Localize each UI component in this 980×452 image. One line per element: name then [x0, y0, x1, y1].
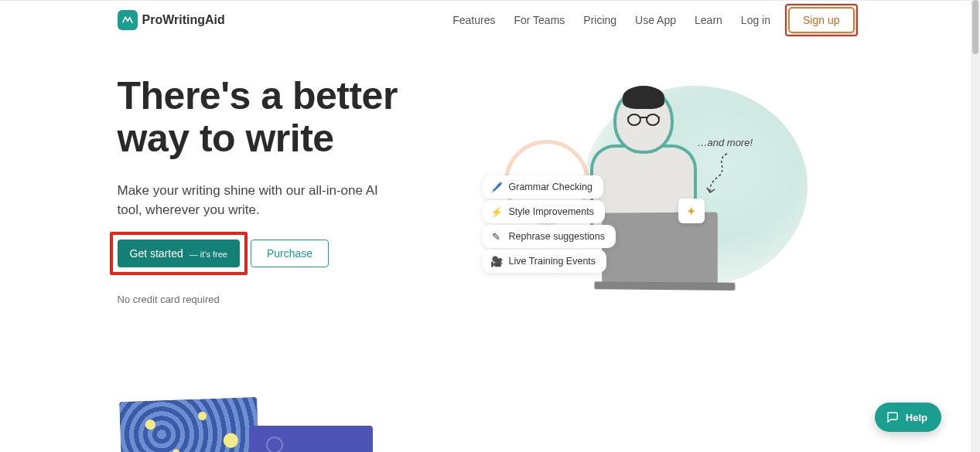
blue-canvas-icon — [249, 426, 373, 452]
scrollbar-vertical[interactable] — [971, 0, 980, 452]
pill-grammar: 🖊️ Grammar Checking — [483, 175, 603, 199]
pill-training-label: Live Training Events — [509, 256, 596, 267]
help-button[interactable]: Help — [875, 403, 941, 432]
camera-icon: 🎥 — [490, 255, 503, 267]
nav-use-app[interactable]: Use App — [635, 14, 676, 26]
feather-icon: 🖊️ — [490, 181, 503, 193]
nav-pricing[interactable]: Pricing — [583, 14, 616, 26]
hero-subtitle: Make your writing shine with our all-in-… — [118, 182, 381, 219]
signup-button[interactable]: Sign up — [789, 8, 853, 32]
sparkle-icon: ✦ — [678, 199, 705, 223]
nav-learn[interactable]: Learn — [695, 14, 722, 26]
cta-row: Get started — it's free Purchase — [118, 240, 442, 267]
pill-rephrase: ✎ Rephrase suggestions — [483, 225, 616, 248]
section-writing-lets-you-down: Do you feel like your writing lets you d… — [118, 399, 854, 452]
cta-primary-wrap: Get started — it's free — [118, 240, 240, 267]
get-started-sublabel: — it's free — [190, 250, 227, 259]
person-head — [616, 90, 671, 151]
get-started-label: Get started — [130, 247, 183, 260]
hero-section: There's a better way to write Make your … — [118, 39, 854, 307]
brand-logo[interactable]: ProWritingAid — [118, 10, 225, 30]
illustration-paintings — [118, 399, 381, 452]
pill-style: ⚡ Style Improvements — [483, 200, 605, 223]
person-hair — [623, 86, 664, 109]
top-nav: ProWritingAid Features For Teams Pricing… — [118, 1, 854, 39]
brand-icon — [118, 10, 138, 30]
arrow-squiggle-icon — [705, 152, 736, 195]
help-icon — [886, 410, 900, 424]
signup-label: Sign up — [803, 14, 839, 26]
purchase-button[interactable]: Purchase — [251, 240, 329, 267]
pill-training: 🎥 Live Training Events — [483, 250, 607, 273]
scrollbar-thumb[interactable] — [972, 0, 978, 54]
wand-icon: ✎ — [490, 230, 503, 243]
brand-name: ProWritingAid — [142, 13, 225, 27]
nav-for-teams[interactable]: For Teams — [514, 14, 565, 26]
starry-night-icon — [119, 397, 260, 452]
hero-illustration: ✦ …and more! 🖊️ Grammar Checking ⚡ Style… — [473, 75, 854, 307]
pill-grammar-label: Grammar Checking — [509, 182, 592, 192]
bolt-icon: ⚡ — [490, 206, 503, 218]
and-more-label: …and more! — [698, 137, 753, 148]
hero-title: There's a better way to write — [118, 75, 442, 160]
get-started-button[interactable]: Get started — it's free — [118, 240, 240, 267]
hero-copy: There's a better way to write Make your … — [118, 75, 442, 307]
nav-links: Features For Teams Pricing Use App Learn… — [452, 8, 853, 32]
nav-features[interactable]: Features — [452, 14, 495, 26]
nav-login[interactable]: Log in — [741, 14, 770, 26]
help-label: Help — [906, 412, 927, 423]
pill-rephrase-label: Rephrase suggestions — [509, 231, 605, 242]
glasses-icon — [627, 117, 660, 126]
pill-style-label: Style Improvements — [509, 206, 594, 217]
no-card-note: No credit card required — [118, 294, 442, 305]
